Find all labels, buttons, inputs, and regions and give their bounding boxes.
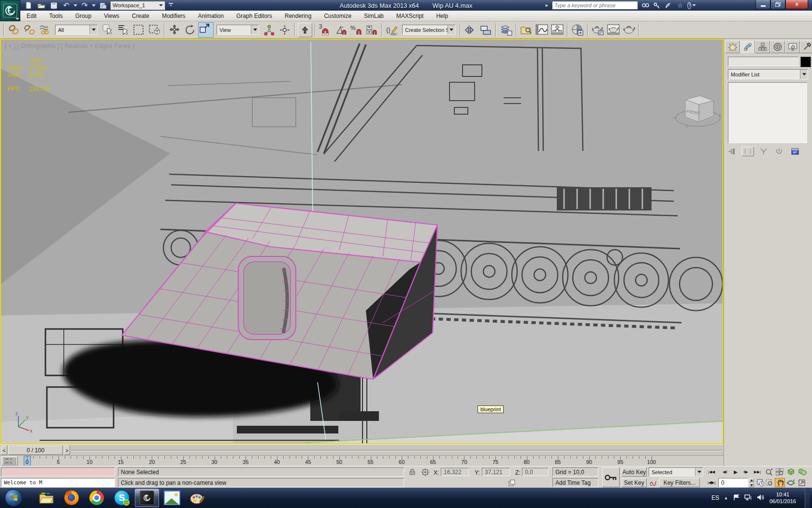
taskbar-chrome-icon[interactable]: [85, 489, 109, 507]
taskbar-firefox-icon[interactable]: [59, 489, 84, 507]
undo-dropdown-icon[interactable]: [73, 4, 77, 7]
motion-tab[interactable]: [770, 41, 785, 53]
spinner-snap-icon[interactable]: [364, 23, 379, 37]
restore-button[interactable]: [770, 0, 785, 9]
tray-clock[interactable]: 10:41 06/01/2016: [769, 491, 800, 505]
new-scene-icon[interactable]: [23, 1, 34, 10]
menu-modifiers[interactable]: Modifiers: [156, 11, 192, 21]
key-mode-dropdown[interactable]: Selected: [649, 467, 703, 477]
create-tab[interactable]: [725, 41, 740, 53]
default-in-out-tangents-icon[interactable]: [649, 478, 657, 487]
viewport[interactable]: x y z FRONT W S E [ + ] [ Orthographic ]…: [0, 39, 724, 444]
rendered-frame-window-icon[interactable]: [606, 23, 621, 37]
reference-coordinate-system-dropdown[interactable]: View: [217, 25, 259, 35]
keyboard-shortcut-override-icon[interactable]: [298, 23, 312, 37]
show-end-result-icon[interactable]: 〡〡: [741, 147, 754, 156]
pin-stack-icon[interactable]: [726, 147, 738, 156]
open-mini-curve-editor-icon[interactable]: [1, 456, 18, 465]
tray-action-center-icon[interactable]: [733, 494, 740, 502]
minimize-button[interactable]: [755, 0, 770, 9]
rectangular-selection-region-icon[interactable]: [131, 23, 146, 37]
layer-manager-icon[interactable]: [499, 23, 513, 37]
tray-volume-icon[interactable]: [757, 494, 765, 502]
configure-modifier-sets-icon[interactable]: [789, 147, 801, 156]
viewport-label[interactable]: [ + ] [ Orthographic ] [ Realistic + Edg…: [5, 43, 134, 49]
select-and-scale-icon[interactable]: [198, 22, 214, 38]
menu-views[interactable]: Views: [98, 11, 126, 21]
project-folder-icon[interactable]: [98, 1, 108, 10]
toolbar-overflow-icon[interactable]: [167, 1, 174, 10]
sign-in-key-icon[interactable]: [652, 1, 661, 9]
scene-explorer-icon[interactable]: [519, 23, 534, 37]
mirror-icon[interactable]: [463, 23, 478, 37]
key-filters-button[interactable]: Key Filters...: [659, 478, 700, 487]
pan-view-icon[interactable]: [775, 478, 785, 487]
display-tab[interactable]: [785, 41, 800, 53]
show-desktop-button[interactable]: [805, 488, 810, 508]
remove-modifier-icon[interactable]: [773, 147, 785, 156]
taskbar-paint-icon[interactable]: [185, 489, 209, 507]
zoom-all-icon[interactable]: [775, 467, 784, 477]
named-selection-sets-dropdown[interactable]: Create Selection Se: [402, 25, 455, 35]
object-name-field[interactable]: [728, 57, 798, 66]
menu-maxscript[interactable]: MAXScript: [390, 11, 430, 21]
window-crossing-toggle-icon[interactable]: [147, 23, 161, 37]
menu-create[interactable]: Create: [126, 11, 156, 21]
unlink-selection-icon[interactable]: [22, 23, 37, 37]
select-and-rotate-icon[interactable]: [183, 23, 197, 37]
go-to-end-icon[interactable]: ▶▶|: [752, 467, 763, 477]
current-frame-field[interactable]: 0: [718, 478, 748, 487]
go-to-start-icon[interactable]: |◀◀: [706, 467, 717, 477]
tray-language-indicator[interactable]: ES: [711, 494, 719, 501]
modifier-stack[interactable]: [728, 82, 807, 143]
menu-rendering[interactable]: Rendering: [278, 11, 318, 21]
select-and-move-icon[interactable]: [167, 23, 182, 37]
track-bar[interactable]: 0510152025303540455055606570758085909510…: [0, 455, 724, 466]
taskbar-3ds-max-icon[interactable]: [135, 489, 159, 507]
align-icon[interactable]: [478, 23, 493, 37]
communication-center-icon[interactable]: [664, 1, 673, 9]
material-editor-icon[interactable]: [570, 23, 585, 37]
time-tag-icon[interactable]: [507, 478, 517, 487]
auto-key-button[interactable]: Auto Key: [622, 467, 647, 477]
object-color-swatch[interactable]: [800, 57, 811, 67]
previous-frame-icon[interactable]: ◀‖: [719, 467, 731, 477]
menu-edit[interactable]: Edit: [20, 11, 43, 21]
menu-graph-editors[interactable]: Graph Editors: [230, 11, 278, 21]
schematic-view-icon[interactable]: [550, 23, 565, 37]
viewport-canvas[interactable]: x y z FRONT W S E: [1, 40, 723, 443]
close-button[interactable]: ×: [785, 0, 808, 9]
add-time-tag[interactable]: Add Time Tag: [552, 478, 598, 487]
render-production-icon[interactable]: [622, 23, 636, 37]
make-unique-icon[interactable]: [758, 147, 769, 156]
modify-tab[interactable]: [740, 41, 755, 53]
select-and-manipulate-icon[interactable]: [277, 23, 292, 37]
orbit-icon[interactable]: [786, 478, 796, 487]
select-and-link-icon[interactable]: [7, 23, 21, 37]
redo-dropdown-icon[interactable]: [92, 4, 96, 7]
angle-snap-icon[interactable]: [334, 23, 348, 37]
menu-customize[interactable]: Customize: [318, 11, 358, 21]
absolute-offset-mode-icon[interactable]: [420, 467, 431, 477]
taskbar-skype-icon[interactable]: S: [110, 489, 134, 507]
open-file-icon[interactable]: [36, 1, 46, 10]
next-frame-icon[interactable]: ‖▶: [740, 467, 752, 477]
redo-icon[interactable]: ↷: [79, 1, 90, 10]
time-slider-handle[interactable]: 0 / 100: [8, 446, 63, 455]
menu-animation[interactable]: Animation: [192, 11, 230, 21]
time-slider-track[interactable]: [71, 449, 721, 451]
tray-hidden-icons-icon[interactable]: ▲: [724, 496, 728, 500]
edit-named-selection-sets-icon[interactable]: {}ABC: [385, 23, 399, 37]
set-key-button[interactable]: Set Key: [622, 478, 647, 487]
taskbar-photo-viewer-icon[interactable]: [160, 489, 184, 507]
save-file-icon[interactable]: [48, 1, 59, 10]
selection-filter-dropdown[interactable]: All: [55, 25, 98, 35]
taskbar-windows-explorer-icon[interactable]: [34, 489, 58, 507]
menu-help[interactable]: Help: [430, 11, 454, 21]
x-coordinate-field[interactable]: 16,322: [441, 468, 469, 476]
menu-tools[interactable]: Tools: [43, 11, 69, 21]
field-of-view-icon[interactable]: [764, 478, 774, 487]
application-menu-button[interactable]: [0, 0, 20, 21]
search-icon[interactable]: [641, 1, 650, 9]
search-input[interactable]: [552, 1, 638, 10]
